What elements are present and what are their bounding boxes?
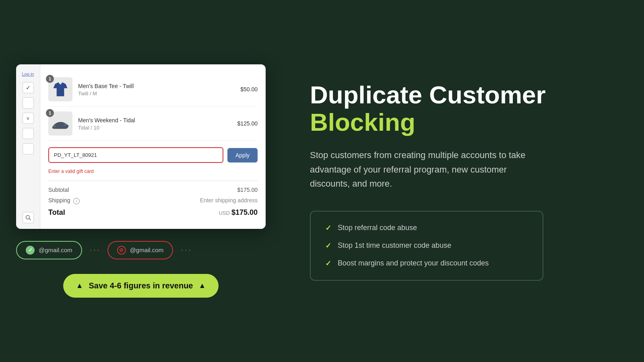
cta-icon-left: ▲ [76, 282, 83, 290]
total-value: USD$175.00 [219, 208, 258, 217]
shipping-label: Shipping i [48, 197, 80, 204]
total-label: Total [48, 208, 65, 217]
feature-label-2: Stop 1st time customer code abuse [338, 241, 451, 250]
discount-error: Enter a valid gift card [48, 169, 94, 174]
item-price-2: $125.00 [237, 120, 258, 127]
discount-input[interactable] [48, 147, 223, 163]
shipping-info-icon: i [73, 198, 80, 204]
feature-box: ✓ Stop referral code abuse ✓ Stop 1st ti… [310, 211, 543, 281]
subtotal-value: $175.00 [237, 187, 258, 193]
feature-label-3: Boost margins and protect your discount … [338, 259, 489, 267]
cart-item-2: 1 Men's Weekend - Tidal Tidal / 10 $125 [48, 107, 258, 141]
valid-check-icon: ✓ [26, 246, 35, 255]
valid-email-pill: ✓ @gmail.com [16, 241, 82, 259]
nav-check-2 [23, 97, 34, 109]
item-name-2: Men's Weekend - Tidal [78, 117, 231, 124]
nav-check-4 [23, 143, 34, 154]
cta-label: Save 4-6 figures in revenue [89, 281, 193, 290]
item-variant-1: Twill / M [78, 90, 235, 97]
item-variant-2: Tidal / 10 [78, 125, 231, 131]
feature-item-1: ✓ Stop referral code abuse [325, 224, 528, 232]
svg-line-1 [29, 218, 31, 220]
nav-check-3 [23, 128, 34, 139]
discount-section: Apply Enter a valid gift card [48, 147, 258, 174]
email-row: ✓ @gmail.com · · · ⊘ @gmail.com · · · [16, 241, 266, 259]
cta-icon-right: ▲ [199, 282, 206, 290]
nav-search[interactable] [23, 212, 34, 223]
feature-check-1: ✓ [325, 224, 331, 232]
total-row: Total USD$175.00 [48, 208, 258, 217]
item-image-wrap-2: 1 [48, 111, 72, 136]
svg-point-2 [64, 123, 67, 126]
item-image-wrap-1: 1 [48, 77, 72, 101]
shopify-mockup: Log in ∨ 1 [16, 64, 266, 228]
feature-item-3: ✓ Boost margins and protect your discoun… [325, 259, 528, 268]
apply-button[interactable]: Apply [227, 148, 258, 162]
feature-check-3: ✓ [325, 259, 331, 268]
invalid-email-text: @gmail.com [130, 247, 164, 253]
cart-content: 1 Men's Base Tee - Twill Twill / M $50.0… [40, 64, 266, 228]
shipping-row: Shipping i Enter shipping address [48, 197, 258, 204]
main-title: Duplicate Customer Blocking [310, 81, 616, 136]
title-line1: Duplicate Customer [310, 81, 546, 109]
nav-check-1 [23, 82, 34, 93]
discount-row: Apply [48, 147, 258, 163]
feature-check-2: ✓ [325, 241, 331, 250]
left-panel: Log in ∨ 1 [0, 0, 282, 362]
subtotal-row: Subtotal $175.00 [48, 187, 258, 193]
sidebar-nav: Log in ∨ [16, 64, 40, 228]
feature-item-2: ✓ Stop 1st time customer code abuse [325, 241, 528, 250]
item-price-1: $50.00 [240, 86, 258, 93]
valid-email-text: @gmail.com [39, 247, 72, 253]
feature-label-1: Stop referral code abuse [338, 224, 417, 232]
subtotal-label: Subtotal [48, 187, 69, 193]
cart-item-1: 1 Men's Base Tee - Twill Twill / M $50.0… [48, 72, 258, 107]
cta-button[interactable]: ▲ Save 4-6 figures in revenue ▲ [63, 274, 219, 298]
block-icon: ⊘ [117, 246, 126, 255]
email-connector-2: · · · [181, 246, 190, 254]
total-currency: USD [219, 210, 229, 216]
item-name-1: Men's Base Tee - Twill [78, 82, 235, 90]
item-details-1: Men's Base Tee - Twill Twill / M [78, 82, 235, 97]
order-summary: Subtotal $175.00 Shipping i Enter shippi… [48, 181, 258, 216]
shipping-value[interactable]: Enter shipping address [200, 197, 258, 204]
login-link[interactable]: Log in [21, 70, 36, 78]
email-connector: · · · [90, 246, 99, 254]
main-description: Stop customers from creating multiple ac… [310, 148, 543, 191]
title-line2: Blocking [310, 108, 415, 136]
invalid-email-pill: ⊘ @gmail.com [107, 241, 173, 259]
item-details-2: Men's Weekend - Tidal Tidal / 10 [78, 117, 231, 131]
right-panel: Duplicate Customer Blocking Stop custome… [282, 0, 644, 362]
nav-chevron: ∨ [23, 113, 34, 124]
